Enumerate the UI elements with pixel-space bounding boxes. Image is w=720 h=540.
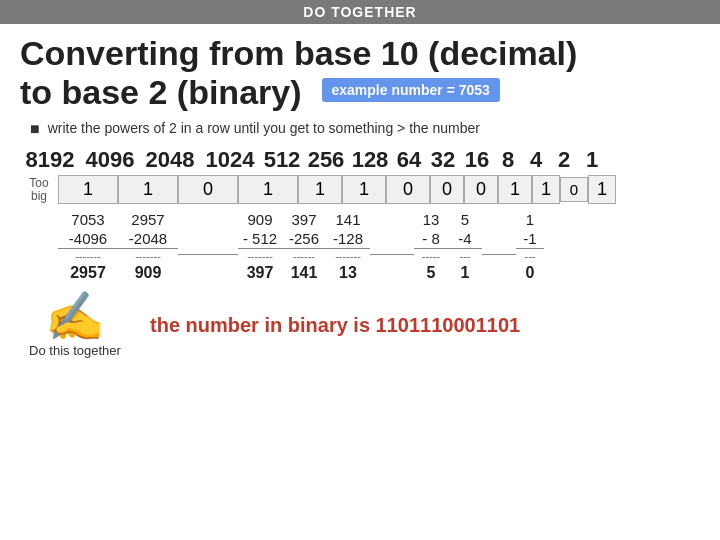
calc-r1-8 <box>482 219 516 221</box>
calc-res-64 <box>370 272 414 274</box>
calc-div-32: ----- <box>414 248 448 263</box>
calc-res-32: 5 <box>414 263 448 283</box>
calc-div-64 <box>370 254 414 257</box>
main-content: Converting from base 10 (decimal) to bas… <box>0 24 720 368</box>
calc-div-256: ------ <box>282 248 326 263</box>
power-128: 128 <box>348 147 392 173</box>
bin-64: 0 <box>386 175 430 204</box>
calc-r2-32: - 8 <box>414 229 448 248</box>
power-64: 64 <box>392 147 426 173</box>
binary-row: 1 1 0 1 1 1 0 0 0 1 1 0 1 <box>58 175 700 204</box>
power-1: 1 <box>578 147 606 173</box>
calc-div-4096: ------- <box>58 248 118 263</box>
hand-icon-area: ✍️ Do this together <box>20 293 130 358</box>
calc-r2-128: -128 <box>326 229 370 248</box>
calc-res-1: 0 <box>516 263 544 283</box>
power-512: 512 <box>260 147 304 173</box>
calc-r1-16: 5 <box>448 210 482 229</box>
bottom-section: ✍️ Do this together the number in binary… <box>20 293 700 358</box>
calc-r1-32: 13 <box>414 210 448 229</box>
calc-row-1: 7053 2957 909 397 141 13 5 1 <box>58 210 700 229</box>
power-8: 8 <box>494 147 522 173</box>
power-256: 256 <box>304 147 348 173</box>
calc-r1-512: 909 <box>238 210 282 229</box>
calc-res-1024 <box>178 272 238 274</box>
calc-r1-64 <box>370 219 414 221</box>
calc-r2-16: -4 <box>448 229 482 248</box>
calc-r2-8 <box>482 238 516 240</box>
bin-256: 1 <box>298 175 342 204</box>
binary-row-container: Toobig 1 1 0 1 1 1 0 0 0 1 1 0 1 <box>20 175 700 204</box>
bin-32: 0 <box>430 175 464 204</box>
bin-8: 1 <box>498 175 532 204</box>
instruction-text: write the powers of 2 in a row until you… <box>48 120 480 136</box>
title-line2: to base 2 (binary) <box>20 73 302 112</box>
bin-2: 0 <box>560 177 588 202</box>
calc-row-result: 2957 909 397 141 13 5 1 0 <box>58 263 700 283</box>
calc-r2-64 <box>370 238 414 240</box>
calc-res-256: 141 <box>282 263 326 283</box>
title-text: Converting from base 10 (decimal) to bas… <box>20 34 577 112</box>
bin-512: 1 <box>238 175 298 204</box>
calc-r1-4096: 7053 <box>58 210 118 229</box>
top-banner: DO TOGETHER <box>0 0 720 24</box>
title-line1: Converting from base 10 (decimal) <box>20 34 577 73</box>
bin-2048: 1 <box>118 175 178 204</box>
calc-res-128: 13 <box>326 263 370 283</box>
calc-row-divider: ------- ------- ------- ------ ------- -… <box>58 248 700 263</box>
calc-res-512: 397 <box>238 263 282 283</box>
calc-r1-128: 141 <box>326 210 370 229</box>
calc-r2-4096: -4096 <box>58 229 118 248</box>
example-badge: example number = 7053 <box>322 78 500 102</box>
bin-1: 1 <box>588 175 616 204</box>
bin-128: 1 <box>342 175 386 204</box>
bin-16: 0 <box>464 175 498 204</box>
hand-writing-icon: ✍️ <box>45 293 105 341</box>
calc-res-4096: 2957 <box>58 263 118 283</box>
powers-row: 8192 4096 2048 1024 512 256 128 64 32 16… <box>20 147 700 173</box>
calc-row-2: -4096 -2048 - 512 -256 -128 - 8 -4 -1 <box>58 229 700 248</box>
calc-div-1024 <box>178 254 238 257</box>
calc-res-8 <box>482 272 516 274</box>
calc-r2-1: -1 <box>516 229 544 248</box>
title-block: Converting from base 10 (decimal) to bas… <box>20 34 700 112</box>
calc-div-8 <box>482 254 516 257</box>
calc-res-16: 1 <box>448 263 482 283</box>
calc-div-2048: ------- <box>118 248 178 263</box>
calc-r2-2048: -2048 <box>118 229 178 248</box>
instruction-row: ■ write the powers of 2 in a row until y… <box>20 120 700 137</box>
bin-4: 1 <box>532 175 560 204</box>
power-2048: 2048 <box>140 147 200 173</box>
power-8192: 8192 <box>20 147 80 173</box>
calc-r1-256: 397 <box>282 210 326 229</box>
calc-r2-1024 <box>178 238 238 240</box>
power-32: 32 <box>426 147 460 173</box>
calc-div-16: --- <box>448 248 482 263</box>
calc-r1-1: 1 <box>516 210 544 229</box>
calc-r2-512: - 512 <box>238 229 282 248</box>
bullet-icon: ■ <box>30 121 40 137</box>
calc-div-128: ------- <box>326 248 370 263</box>
calc-div-512: ------- <box>238 248 282 263</box>
bin-4096: 1 <box>58 175 118 204</box>
do-together-label: Do this together <box>29 343 121 358</box>
banner-text: DO TOGETHER <box>303 4 416 20</box>
calc-r2-256: -256 <box>282 229 326 248</box>
power-4: 4 <box>522 147 550 173</box>
bin-1024: 0 <box>178 175 238 204</box>
power-1024: 1024 <box>200 147 260 173</box>
calc-r1-2048: 2957 <box>118 210 178 229</box>
calc-res-2048: 909 <box>118 263 178 283</box>
power-2: 2 <box>550 147 578 173</box>
power-4096: 4096 <box>80 147 140 173</box>
calc-r1-1024 <box>178 219 238 221</box>
too-big-label: Toobig <box>20 177 58 203</box>
power-16: 16 <box>460 147 494 173</box>
result-text: the number in binary is 1101110001101 <box>150 314 520 337</box>
calc-table: 7053 2957 909 397 141 13 5 1 -4096 -2048… <box>58 210 700 283</box>
calc-div-1: --- <box>516 248 544 263</box>
